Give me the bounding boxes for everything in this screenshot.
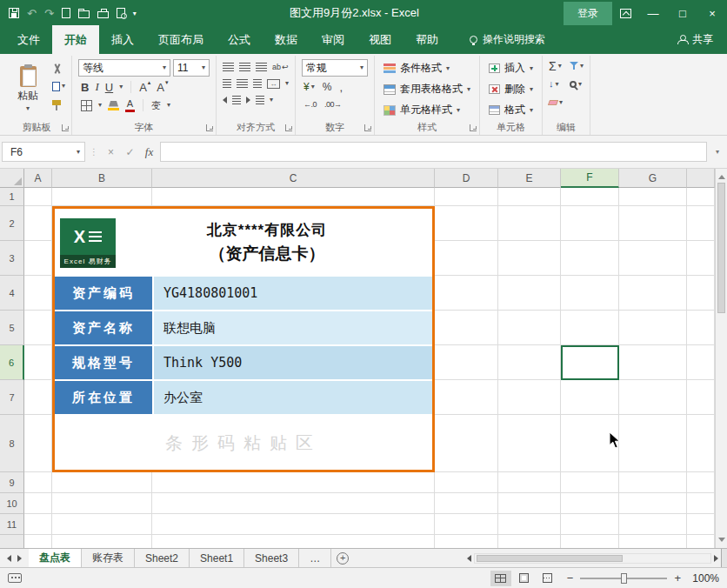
- page-break-view-button[interactable]: [537, 571, 558, 586]
- tab-view[interactable]: 视图: [357, 25, 404, 54]
- row-header-1[interactable]: 1: [0, 188, 24, 206]
- new-sheet-button[interactable]: +: [331, 549, 354, 567]
- cell-styles-button[interactable]: 单元格样式 ▾: [381, 101, 473, 119]
- tab-review[interactable]: 审阅: [310, 25, 357, 54]
- increase-decimal-button[interactable]: ←.0: [303, 100, 317, 109]
- autosum-button[interactable]: Σ▾: [549, 59, 563, 72]
- conditional-formatting-button[interactable]: 条件格式 ▾: [381, 59, 473, 77]
- sort-filter-button[interactable]: ▾: [570, 59, 584, 72]
- dialog-launcher-icon[interactable]: [470, 124, 477, 131]
- field-row-location[interactable]: 所在位置 办公室: [55, 379, 432, 414]
- format-as-table-button[interactable]: 套用表格格式 ▾: [381, 80, 473, 98]
- chevron-down-icon[interactable]: ▾: [119, 84, 123, 90]
- sheet-tab-sheet2[interactable]: Sheet2: [135, 549, 190, 567]
- tab-file[interactable]: 文件: [5, 25, 52, 54]
- col-header-D[interactable]: D: [435, 169, 498, 188]
- col-header-A[interactable]: A: [24, 169, 52, 188]
- font-name-combo[interactable]: 等线▾: [78, 59, 170, 77]
- tab-home[interactable]: 开始: [52, 25, 99, 54]
- italic-button[interactable]: I: [95, 80, 98, 94]
- col-header-C[interactable]: C: [152, 169, 435, 188]
- maximize-button[interactable]: □: [668, 0, 697, 26]
- sheet-tab-inventory[interactable]: 盘点表: [29, 549, 82, 567]
- chevron-down-icon[interactable]: ▾: [270, 97, 273, 104]
- row-header-10[interactable]: 10: [0, 493, 24, 514]
- orientation-icon[interactable]: [256, 96, 264, 104]
- phonetic-guide-button[interactable]: 变: [151, 99, 161, 112]
- dialog-launcher-icon[interactable]: [62, 124, 69, 131]
- cut-button[interactable]: [52, 62, 65, 76]
- paste-button[interactable]: 粘贴 ▾: [8, 57, 48, 120]
- font-color-button[interactable]: A: [125, 99, 135, 112]
- insert-function-button[interactable]: fx: [141, 142, 157, 162]
- minimize-button[interactable]: —: [638, 0, 668, 26]
- number-format-combo[interactable]: 常规▾: [302, 59, 368, 77]
- field-value[interactable]: YG4180801001: [152, 277, 432, 310]
- scroll-left-icon[interactable]: [467, 555, 471, 562]
- row-header-6[interactable]: 6: [0, 345, 24, 380]
- chevron-down-icon[interactable]: ▾: [167, 102, 170, 109]
- horizontal-scroll-thumb[interactable]: [477, 555, 623, 562]
- borders-icon[interactable]: [81, 100, 92, 111]
- zoom-out-button[interactable]: −: [567, 571, 574, 585]
- tab-data[interactable]: 数据: [263, 25, 310, 54]
- sheet-tab-sheet3[interactable]: Sheet3: [244, 549, 299, 567]
- chevron-down-icon[interactable]: ▾: [285, 80, 289, 87]
- new-document-icon[interactable]: [62, 8, 70, 18]
- page-layout-view-button[interactable]: [514, 571, 535, 586]
- align-right-icon[interactable]: [253, 79, 262, 88]
- dialog-launcher-icon[interactable]: [206, 124, 213, 131]
- tab-page-layout[interactable]: 页面布局: [146, 25, 216, 54]
- redo-icon[interactable]: ↷: [44, 7, 54, 20]
- percent-style-button[interactable]: %: [323, 81, 332, 93]
- print-icon[interactable]: [97, 11, 109, 18]
- row-header-3[interactable]: 3: [0, 241, 24, 276]
- tab-formulas[interactable]: 公式: [216, 25, 263, 54]
- align-center-icon[interactable]: [237, 79, 248, 88]
- col-header-partial[interactable]: [687, 169, 715, 188]
- col-header-B[interactable]: B: [52, 169, 152, 188]
- tab-insert[interactable]: 插入: [99, 25, 146, 54]
- align-left-icon[interactable]: [223, 79, 231, 88]
- vertical-scroll-thumb[interactable]: [717, 183, 725, 313]
- increase-indent-icon[interactable]: [246, 97, 250, 104]
- field-value[interactable]: 办公室: [152, 381, 432, 414]
- accounting-format-button[interactable]: ¥▾: [303, 81, 315, 93]
- chevron-down-icon[interactable]: ▾: [98, 102, 102, 109]
- vertical-scrollbar[interactable]: [715, 169, 727, 548]
- clear-button[interactable]: ▾: [549, 96, 563, 109]
- field-row-asset-code[interactable]: 资产编码 YG4180801001: [55, 275, 432, 310]
- close-button[interactable]: ×: [697, 0, 727, 26]
- row-header-2[interactable]: 2: [0, 206, 24, 241]
- bold-button[interactable]: B: [81, 81, 89, 94]
- row-header-11[interactable]: 11: [0, 514, 24, 535]
- normal-view-button[interactable]: [490, 571, 511, 586]
- horizontal-scroll-track[interactable]: [474, 553, 711, 564]
- print-preview-icon[interactable]: [117, 8, 125, 18]
- dialog-launcher-icon[interactable]: [364, 124, 371, 131]
- field-value[interactable]: Think Y500: [152, 346, 432, 379]
- dialog-launcher-icon[interactable]: [285, 124, 292, 131]
- next-sheet-icon[interactable]: [17, 555, 22, 562]
- macro-record-icon[interactable]: [8, 573, 22, 583]
- name-box[interactable]: F6▾: [2, 142, 85, 162]
- decrease-decimal-button[interactable]: .00→: [324, 100, 342, 109]
- fill-color-button[interactable]: [108, 101, 119, 110]
- align-top-icon[interactable]: [223, 63, 234, 71]
- select-all-corner[interactable]: [0, 169, 24, 188]
- enter-button[interactable]: ✓: [122, 142, 138, 162]
- scroll-up-icon[interactable]: [718, 171, 725, 179]
- font-size-combo[interactable]: 11▾: [173, 59, 210, 77]
- align-middle-icon[interactable]: [239, 63, 250, 71]
- merge-center-icon[interactable]: ↔: [267, 79, 280, 89]
- ribbon-display-options-button[interactable]: [612, 0, 638, 26]
- zoom-slider[interactable]: [580, 578, 667, 579]
- find-select-button[interactable]: ▾: [570, 77, 584, 90]
- scroll-right-icon[interactable]: [714, 555, 718, 562]
- sign-in-button[interactable]: 登录: [564, 2, 612, 25]
- open-folder-icon[interactable]: [78, 10, 90, 18]
- sheet-tab-ledger[interactable]: 账存表: [82, 549, 135, 567]
- align-bottom-icon[interactable]: [256, 63, 267, 71]
- format-cells-button[interactable]: 格式 ▾: [486, 101, 536, 119]
- formula-input[interactable]: [160, 142, 707, 162]
